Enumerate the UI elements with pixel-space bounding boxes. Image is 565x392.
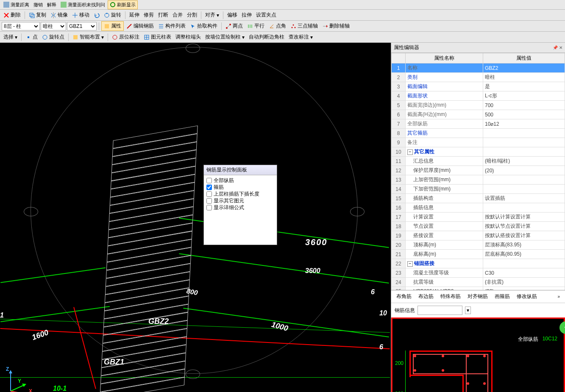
property-row[interactable]: 9备注 (392, 138, 565, 147)
property-row[interactable]: 17计算设置按默认计算设置计算 (392, 213, 565, 222)
pin-icon[interactable]: 📌 ✕ (553, 45, 562, 50)
rebar-info-input[interactable] (417, 306, 462, 315)
opt-all-rebar[interactable]: 全部纵筋 (206, 177, 274, 184)
delete-axis-button[interactable]: 删除辅轴 (320, 22, 351, 30)
rebar-info-dropdown-icon[interactable]: ▾ (465, 306, 471, 314)
dim-label: 1 (0, 312, 4, 319)
column-3d[interactable]: document.write(Array(32).fill('<div clas… (99, 125, 198, 392)
property-row[interactable]: 20顶标高(m)层顶标高(83.95) (392, 240, 565, 250)
mirror-button[interactable]: 镜像 (49, 11, 70, 19)
property-row[interactable]: 21底标高(m)层底标高(80.95) (392, 250, 565, 259)
property-row[interactable]: 10−其它属性 (392, 147, 565, 157)
property-row[interactable]: 1名称GBZ2 (392, 63, 565, 73)
attributes-button[interactable]: 属性 (101, 21, 124, 31)
property-row[interactable]: 25HPB235(A),HPB3(30) (392, 287, 565, 291)
property-row[interactable]: 24抗震等级(非抗震) (392, 278, 565, 287)
check-label-button[interactable]: 查改标注 ▾ (287, 33, 315, 41)
tool-unknown-4[interactable]: 测量面积未找到问 (59, 1, 107, 9)
point-angle-button[interactable]: 点角 (267, 22, 288, 30)
svg-rect-6 (105, 24, 109, 28)
view-handle-right[interactable] (350, 207, 365, 216)
property-row[interactable]: 5截面宽(B边)(mm)700 (392, 101, 565, 110)
delete-button[interactable]: 删除 (2, 11, 22, 19)
break-button[interactable]: 打断 (156, 11, 170, 19)
opt-stirrup[interactable]: 箍筋 (206, 184, 274, 190)
align-button[interactable]: 对齐 ▾ (203, 11, 221, 19)
split-button[interactable]: 分割 (185, 11, 199, 19)
view-handle-left[interactable] (24, 207, 38, 216)
tool-unknown-2[interactable]: 撤销 (32, 1, 45, 9)
move-button[interactable]: 移动 (70, 11, 91, 19)
point-button[interactable]: 点 (24, 33, 39, 41)
rebar-dot (483, 382, 486, 385)
tab-edge[interactable]: 布边筋 (417, 292, 435, 301)
tab-align[interactable]: 对齐钢筋 (466, 292, 490, 301)
col-header-value: 属性值 (483, 53, 565, 63)
setgrip-button[interactable]: 设置夹点 (254, 11, 278, 19)
property-row[interactable]: 7全部纵筋10⌀12 (392, 119, 565, 129)
floor-select[interactable]: 8层 - 柱 (2, 22, 40, 30)
property-row[interactable]: 13上加密范围(mm) (392, 175, 565, 185)
separator (108, 33, 108, 41)
elem-table-button[interactable]: 图元柱表 (142, 33, 173, 41)
edit-rebar-button[interactable]: 编辑钢筋 (125, 22, 156, 30)
rotate-button[interactable]: 旋转 (102, 11, 123, 19)
tabs-more-icon[interactable]: » (556, 293, 562, 300)
3d-viewport[interactable]: document.write(Array(32).fill('<div clas… (0, 43, 391, 392)
property-row[interactable]: 23混凝土强度等级C30 (392, 268, 565, 278)
property-row[interactable]: 6截面高(H边)(mm)500 (392, 110, 565, 119)
tool-unknown-3[interactable]: 解释 (45, 1, 58, 9)
tab-modify[interactable]: 修改纵筋 (515, 292, 539, 301)
adjust-end-button[interactable]: 调整柱端头 (174, 33, 203, 41)
offset-button[interactable]: 偏移 (225, 11, 239, 19)
undo-button[interactable] (92, 11, 101, 19)
section-rebar-val: 10C12 (543, 336, 557, 342)
smart-layout-button[interactable]: 智能布置 ▾ (71, 33, 106, 41)
property-row[interactable]: 3截面编辑是 (392, 82, 565, 91)
auto-judge-button[interactable]: 自动判断边角柱 (247, 33, 286, 41)
component-type-select[interactable]: 暗柱 (41, 22, 66, 30)
select-button[interactable]: 选择 ▾ (2, 33, 19, 41)
copy-button[interactable]: 复制 (27, 11, 48, 19)
rebar-dot (442, 355, 444, 357)
view-handle-top[interactable] (186, 44, 200, 53)
section-preview[interactable]: 全部纵筋 10C12 200 300 500 200 ⟲ (391, 317, 565, 392)
parallel-button[interactable]: 平行 (245, 22, 266, 30)
stretch-button[interactable]: 拉伸 (240, 11, 253, 19)
opt-show-formula[interactable]: 显示详细公式 (206, 204, 274, 211)
separator (25, 11, 25, 19)
refresh-display-button[interactable]: 刷新显示 (108, 0, 138, 9)
axis-label: 10-1 (53, 385, 67, 392)
rotate-point-button[interactable]: 旋转点 (40, 33, 66, 41)
property-row[interactable]: 14下加密范围(mm) (392, 185, 565, 194)
opt-upper-insert[interactable]: 上层柱插筋下插长度 (206, 190, 274, 197)
separator (221, 22, 222, 30)
property-row[interactable]: 11汇总信息(暗柱/端柱) (392, 157, 565, 166)
rebar-display-control-dialog[interactable]: 钢筋显示控制面板 全部纵筋 箍筋 上层柱插筋下插长度 显示其它图元 显示详细公式 (203, 165, 277, 245)
property-row[interactable]: 4截面形状L-c形 (392, 91, 565, 101)
wall-pos-button[interactable]: 按墙位置绘制柱 ▾ (203, 33, 246, 41)
trim-button[interactable]: 修剪 (142, 11, 156, 19)
extend-button[interactable]: 延伸 (128, 11, 141, 19)
component-list-button[interactable]: 构件列表 (156, 22, 187, 30)
pick-component-button[interactable]: 拾取构件 (188, 22, 219, 30)
property-row[interactable]: 19搭接设置按默认搭接设置计算 (392, 231, 565, 240)
twopoint-button[interactable]: 两点 (224, 22, 245, 30)
property-row[interactable]: 12保护层厚度(mm)(20) (392, 166, 565, 175)
property-grid[interactable]: 属性名称 属性值 1名称GBZ22类别暗柱3截面编辑是4截面形状L-c形5截面宽… (391, 53, 565, 290)
three-axis-button[interactable]: 三点辅轴 (289, 22, 320, 30)
orig-label-button[interactable]: 原位标注 (110, 33, 141, 41)
tab-stirrup[interactable]: 画箍筋 (493, 292, 512, 301)
property-row[interactable]: 8其它箍筋 (392, 129, 565, 138)
property-row[interactable]: 2类别暗柱 (392, 73, 565, 82)
opt-show-other[interactable]: 显示其它图元 (206, 197, 274, 204)
merge-button[interactable]: 合并 (171, 11, 184, 19)
tool-unknown-1[interactable]: 测量距离 (2, 1, 31, 9)
property-row[interactable]: 22−锚固搭接 (392, 259, 565, 268)
tab-special[interactable]: 特殊布筋 (439, 292, 462, 301)
tab-corner[interactable]: 布角筋 (395, 292, 413, 301)
component-name-select[interactable]: GBZ1 (67, 22, 97, 30)
property-row[interactable]: 18节点设置按默认节点设置计算 (392, 222, 565, 231)
property-row[interactable]: 16插筋信息 (392, 203, 565, 213)
property-row[interactable]: 15插筋构造设置插筋 (392, 194, 565, 203)
